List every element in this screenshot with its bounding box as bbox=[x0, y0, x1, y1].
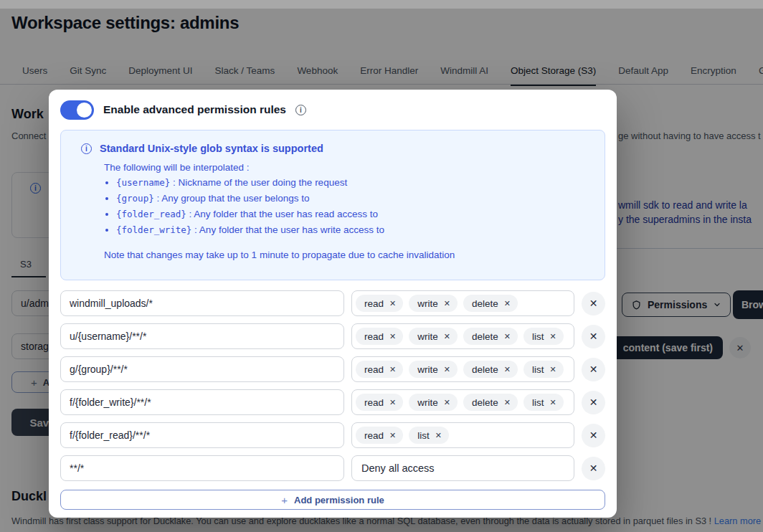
interpolation-list: {username} : Nickname of the user doing … bbox=[104, 176, 593, 237]
permission-chip-write: write✕ bbox=[409, 295, 458, 312]
pattern-input[interactable] bbox=[60, 389, 344, 415]
interpolation-item: {folder_read} : Any folder that the user… bbox=[116, 207, 593, 222]
interpolation-token: {username} bbox=[116, 177, 170, 188]
interpolation-desc: : Any folder that the user has write acc… bbox=[191, 224, 384, 235]
interpolation-token: {folder_write} bbox=[116, 224, 191, 235]
remove-rule-button[interactable]: ✕ bbox=[582, 457, 605, 480]
remove-rule-button[interactable]: ✕ bbox=[582, 424, 605, 447]
permission-tags-box[interactable]: read✕ list✕ bbox=[351, 422, 574, 448]
permission-chip-label: write bbox=[417, 298, 438, 309]
interpolation-desc: : Nickname of the user doing the request bbox=[170, 177, 347, 188]
permission-chip-label: read bbox=[364, 298, 384, 309]
add-permission-rule-button[interactable]: + Add permission rule bbox=[60, 490, 605, 510]
info-panel-header: i Standard Unix-style glob syntax is sup… bbox=[70, 143, 593, 154]
enable-advanced-permissions-toggle[interactable] bbox=[60, 100, 94, 120]
remove-permission-icon[interactable]: ✕ bbox=[444, 366, 450, 374]
permission-chip-label: write bbox=[417, 397, 438, 408]
permission-chip-label: list bbox=[532, 397, 544, 408]
add-permission-rule-label: Add permission rule bbox=[294, 495, 384, 505]
permission-tags-box[interactable]: read✕ write✕ delete✕ list✕ bbox=[351, 389, 574, 415]
permission-chip-delete: delete✕ bbox=[463, 361, 518, 378]
permission-chip-label: read bbox=[364, 430, 384, 441]
remove-permission-icon[interactable]: ✕ bbox=[444, 333, 450, 341]
interpolation-desc: : Any group that the user belongs to bbox=[154, 193, 310, 204]
permission-chip-delete: delete✕ bbox=[463, 394, 518, 411]
remove-permission-icon[interactable]: ✕ bbox=[444, 300, 450, 308]
permission-tags-box[interactable]: read✕ write✕ delete✕ list✕ bbox=[351, 356, 574, 382]
permission-chip-read: read✕ bbox=[356, 328, 403, 345]
remove-permission-icon[interactable]: ✕ bbox=[504, 399, 511, 407]
remove-permission-icon[interactable]: ✕ bbox=[435, 432, 442, 440]
permission-chip-label: list bbox=[417, 430, 430, 441]
permission-chip-read: read✕ bbox=[356, 295, 403, 312]
permission-rule-row: read✕ write✕ delete✕ ✕ bbox=[60, 290, 605, 316]
remove-permission-icon[interactable]: ✕ bbox=[550, 366, 556, 374]
window-top-edge bbox=[0, 0, 763, 9]
deny-all-access-text: Deny all access bbox=[356, 462, 435, 474]
remove-permission-icon[interactable]: ✕ bbox=[550, 333, 556, 341]
remove-permission-icon[interactable]: ✕ bbox=[550, 399, 556, 407]
info-panel-title: Standard Unix-style glob syntax is suppo… bbox=[100, 143, 323, 154]
permission-rule-row: read✕ write✕ delete✕ list✕ ✕ bbox=[60, 356, 605, 382]
permission-chip-list: list✕ bbox=[523, 328, 564, 345]
info-panel-body: The following will be interpolated : {us… bbox=[70, 162, 593, 260]
remove-rule-button[interactable]: ✕ bbox=[582, 292, 605, 315]
permission-rule-row: read✕ write✕ delete✕ list✕ ✕ bbox=[60, 323, 605, 349]
info-intro: The following will be interpolated : bbox=[104, 162, 593, 173]
info-icon: i bbox=[295, 105, 306, 115]
permission-chip-write: write✕ bbox=[409, 394, 458, 411]
permission-chip-list: list✕ bbox=[523, 394, 564, 411]
permission-chip-label: delete bbox=[472, 298, 498, 309]
permission-chip-label: read bbox=[364, 397, 384, 408]
remove-permission-icon[interactable]: ✕ bbox=[504, 300, 511, 308]
remove-rule-button[interactable]: ✕ bbox=[582, 358, 605, 381]
advanced-permissions-modal: Enable advanced permission rules i i Sta… bbox=[49, 90, 617, 518]
permission-chip-label: read bbox=[364, 331, 384, 342]
toggle-row: Enable advanced permission rules i bbox=[60, 100, 605, 120]
permission-tags-box[interactable]: Deny all access bbox=[351, 455, 574, 481]
permission-rule-row: read✕ list✕ ✕ bbox=[60, 422, 605, 448]
pattern-input[interactable] bbox=[60, 290, 344, 316]
permission-chip-label: delete bbox=[472, 331, 498, 342]
permission-chip-delete: delete✕ bbox=[463, 295, 518, 312]
remove-permission-icon[interactable]: ✕ bbox=[389, 399, 396, 407]
plus-icon: + bbox=[281, 494, 288, 506]
pattern-input[interactable] bbox=[60, 455, 344, 481]
permission-chip-write: write✕ bbox=[409, 361, 458, 378]
permission-chip-read: read✕ bbox=[356, 361, 403, 378]
permission-chip-label: write bbox=[417, 364, 438, 375]
remove-permission-icon[interactable]: ✕ bbox=[389, 366, 396, 374]
permission-chip-read: read✕ bbox=[356, 427, 403, 444]
permission-chip-label: delete bbox=[472, 397, 498, 408]
remove-permission-icon[interactable]: ✕ bbox=[444, 399, 450, 407]
permission-rule-row: Deny all access ✕ bbox=[60, 455, 605, 481]
toggle-label: Enable advanced permission rules bbox=[103, 103, 286, 116]
permission-chip-label: list bbox=[532, 331, 544, 342]
interpolation-item: {folder_write} : Any folder that the use… bbox=[116, 223, 593, 237]
permission-chip-list: list✕ bbox=[523, 361, 564, 378]
permission-chip-label: read bbox=[364, 364, 384, 375]
remove-permission-icon[interactable]: ✕ bbox=[504, 366, 511, 374]
pattern-input[interactable] bbox=[60, 323, 344, 349]
interpolation-token: {group} bbox=[116, 193, 154, 204]
toggle-knob bbox=[77, 103, 92, 118]
interpolation-desc: : Any folder that the user has read acce… bbox=[186, 209, 378, 219]
permission-chip-read: read✕ bbox=[356, 394, 403, 411]
glob-syntax-info-panel: i Standard Unix-style glob syntax is sup… bbox=[60, 130, 605, 280]
pattern-input[interactable] bbox=[60, 356, 344, 382]
permission-chip-write: write✕ bbox=[409, 328, 458, 345]
remove-permission-icon[interactable]: ✕ bbox=[389, 333, 396, 341]
remove-rule-button[interactable]: ✕ bbox=[582, 325, 605, 348]
info-note: Note that changes may take up to 1 minut… bbox=[104, 250, 593, 260]
interpolation-token: {folder_read} bbox=[116, 209, 186, 219]
remove-permission-icon[interactable]: ✕ bbox=[389, 432, 396, 440]
remove-permission-icon[interactable]: ✕ bbox=[389, 300, 396, 308]
permission-chip-label: delete bbox=[472, 364, 498, 375]
permission-chip-label: write bbox=[417, 331, 438, 342]
remove-permission-icon[interactable]: ✕ bbox=[504, 333, 511, 341]
permission-chip-delete: delete✕ bbox=[463, 328, 518, 345]
remove-rule-button[interactable]: ✕ bbox=[582, 391, 605, 414]
pattern-input[interactable] bbox=[60, 422, 344, 448]
permission-tags-box[interactable]: read✕ write✕ delete✕ list✕ bbox=[351, 323, 574, 349]
permission-tags-box[interactable]: read✕ write✕ delete✕ bbox=[351, 290, 574, 316]
